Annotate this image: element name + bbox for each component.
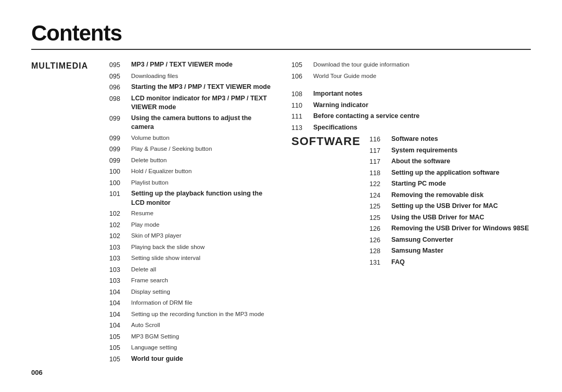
list-item: 117About the software <box>369 157 531 167</box>
list-item: 116Software notes <box>369 135 531 145</box>
entry-text: Setting up the application software <box>391 168 531 178</box>
entry-number: 099 <box>109 134 131 143</box>
entry-number: 104 <box>109 310 131 320</box>
entry-number: 124 <box>369 191 391 201</box>
software-entries: 116Software notes117System requirements1… <box>369 135 531 269</box>
entry-text: Volume button <box>131 134 271 142</box>
entry-text: Setting up the USB Driver for MAC <box>391 202 531 211</box>
list-item: 110Warning indicator <box>291 101 531 111</box>
list-item: 104Display setting <box>109 288 271 297</box>
list-item: 118Setting up the application software <box>369 168 531 178</box>
entry-number: 105 <box>109 332 131 342</box>
entry-text: Using the camera buttons to adjust the c… <box>131 114 271 132</box>
list-item: 102Resume <box>109 209 271 219</box>
software-header: SOFTWARE 116Software notes117System requ… <box>291 135 531 269</box>
list-item: 108Important notes <box>291 89 531 99</box>
entry-number: 113 <box>291 123 313 133</box>
software-section: SOFTWARE 116Software notes117System requ… <box>291 135 531 269</box>
entry-number: 126 <box>369 224 391 234</box>
entry-number: 125 <box>369 213 391 223</box>
right-main-entries: 108Important notes110Warning indicator11… <box>291 89 531 133</box>
multimedia-section: MULTIMEDIA 095MP3 / PMP / TEXT VIEWER mo… <box>31 60 271 365</box>
entry-text: System requirements <box>391 146 531 155</box>
list-item: 095MP3 / PMP / TEXT VIEWER mode <box>109 60 271 70</box>
entry-number: 104 <box>109 321 131 331</box>
entry-number: 126 <box>369 236 391 245</box>
entry-text: MP3 / PMP / TEXT VIEWER mode <box>131 60 271 70</box>
entry-text: FAQ <box>391 258 531 267</box>
entry-number: 099 <box>109 156 131 166</box>
entry-text: Important notes <box>313 89 531 99</box>
entry-text: MP3 BGM Setting <box>131 332 271 341</box>
entry-text: Starting PC mode <box>391 179 531 189</box>
entry-text: Language setting <box>131 343 271 351</box>
entry-number: 118 <box>369 168 391 178</box>
entry-text: Display setting <box>131 288 271 296</box>
list-item: 111Before contacting a service centre <box>291 112 531 122</box>
title-divider <box>31 49 531 50</box>
entry-number: 105 <box>109 343 131 353</box>
entry-number: 122 <box>369 179 391 189</box>
list-item: 096Starting the MP3 / PMP / TEXT VIEWER … <box>109 83 271 93</box>
entry-text: Frame search <box>131 276 271 284</box>
list-item: 103Frame search <box>109 276 271 286</box>
list-item: 100Playlist button <box>109 178 271 188</box>
entry-text: Specifications <box>313 123 531 133</box>
entry-number: 106 <box>291 72 313 82</box>
list-item: 101Setting up the playback function usin… <box>109 189 271 207</box>
entry-number: 102 <box>109 231 131 241</box>
entry-number: 096 <box>109 83 131 93</box>
entry-text: Removing the removable disk <box>391 191 531 200</box>
entry-text: Before contacting a service centre <box>313 112 531 121</box>
entry-number: 111 <box>291 112 313 122</box>
entry-text: Samsung Master <box>391 246 531 256</box>
page-title: Contents <box>31 21 531 46</box>
entry-number: 103 <box>109 254 131 264</box>
list-item: 100Hold / Equalizer button <box>109 167 271 177</box>
entry-text: Information of DRM file <box>131 298 271 307</box>
entry-text: Removing the USB Driver for Windows 98SE <box>391 224 531 233</box>
entry-text: World Tour Guide mode <box>313 72 531 80</box>
entry-number: 105 <box>291 60 313 70</box>
entry-text: Setting up the playback function using t… <box>131 189 271 207</box>
list-item: 102Skin of MP3 player <box>109 231 271 241</box>
list-item: 099Play & Pause / Seeking button <box>109 145 271 154</box>
multimedia-header: MULTIMEDIA 095MP3 / PMP / TEXT VIEWER mo… <box>31 60 271 365</box>
entry-number: 102 <box>109 220 131 230</box>
entry-number: 099 <box>109 114 131 124</box>
list-item: 104Information of DRM file <box>109 298 271 308</box>
entry-number: 117 <box>369 157 391 167</box>
list-item: 105Download the tour guide information <box>291 60 531 70</box>
entry-number: 128 <box>369 246 391 256</box>
entry-text: Samsung Converter <box>391 236 531 245</box>
entry-number: 101 <box>109 189 131 199</box>
multimedia-entries: 095MP3 / PMP / TEXT VIEWER mode095Downlo… <box>109 60 271 365</box>
entry-number: 125 <box>369 202 391 212</box>
entry-text: Skin of MP3 player <box>131 231 271 240</box>
entry-text: Warning indicator <box>313 101 531 110</box>
list-item: 105World tour guide <box>109 355 271 364</box>
entry-text: About the software <box>391 157 531 166</box>
list-item: 103Setting slide show interval <box>109 254 271 264</box>
entry-text: Playlist button <box>131 178 271 187</box>
list-item: 125Setting up the USB Driver for MAC <box>369 202 531 212</box>
list-item: 113Specifications <box>291 123 531 133</box>
list-item: 128Samsung Master <box>369 246 531 256</box>
entry-number: 098 <box>109 94 131 104</box>
entry-number: 105 <box>109 355 131 364</box>
entry-number: 108 <box>291 89 313 99</box>
list-item: 122Starting PC mode <box>369 179 531 189</box>
list-item: 104Auto Scroll <box>109 321 271 331</box>
entry-number: 117 <box>369 146 391 156</box>
list-item: 103Delete all <box>109 265 271 275</box>
list-item: 105MP3 BGM Setting <box>109 332 271 342</box>
entry-text: Setting up the recording function in the… <box>131 310 271 318</box>
list-item: 106World Tour Guide mode <box>291 72 531 82</box>
entry-number: 095 <box>109 72 131 82</box>
entry-number: 095 <box>109 60 131 70</box>
list-item: 099Volume button <box>109 134 271 143</box>
entry-text: Auto Scroll <box>131 321 271 329</box>
entry-number: 099 <box>109 145 131 154</box>
entry-text: Downloading files <box>131 72 271 80</box>
list-item: 117System requirements <box>369 146 531 156</box>
